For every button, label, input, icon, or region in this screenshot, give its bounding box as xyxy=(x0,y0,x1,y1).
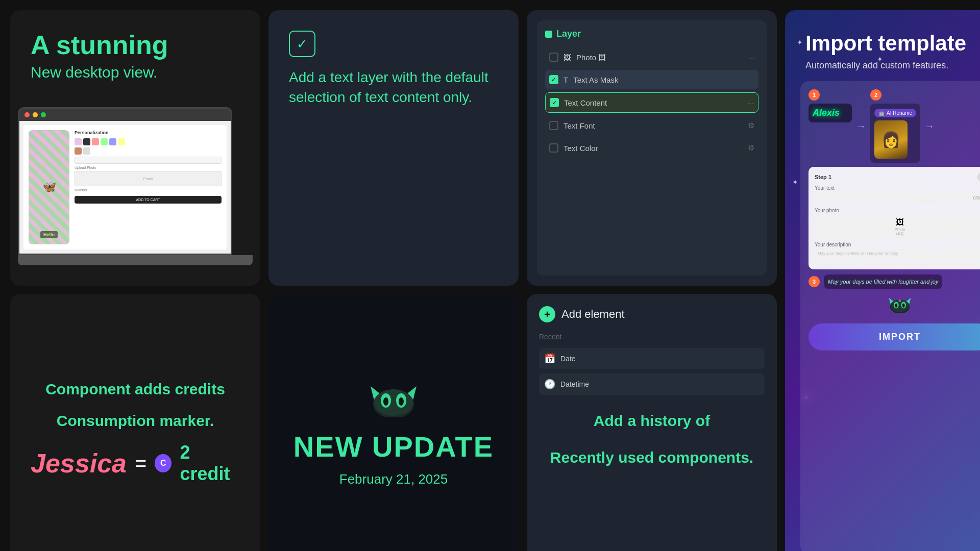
text-content-label: Text Content xyxy=(564,98,607,107)
new-update-date: February 21, 2025 xyxy=(339,471,448,487)
person-photo: 👩 xyxy=(874,120,908,159)
card-layer-panel: Layer 🖼 Photo 🖼 ··· ✓ T Text As Mask ✓ T… xyxy=(527,10,777,286)
laptop-base xyxy=(18,255,253,265)
ai-rename-badge: 🤖 🤖 AI Rename AI Rename xyxy=(874,109,916,117)
add-to-cart-button[interactable]: ADD TO CART xyxy=(75,196,222,204)
person-emoji: 👩 xyxy=(874,120,908,159)
dot-green xyxy=(41,112,46,117)
cat-logo-container xyxy=(368,376,419,422)
text-as-mask-icon: T xyxy=(564,76,568,84)
text-color-checkbox[interactable] xyxy=(549,143,558,153)
swatch-row2 xyxy=(75,147,222,155)
layer-row-text-as-mask[interactable]: ✓ T Text As Mask xyxy=(545,70,758,89)
layer-row-text-font[interactable]: Text Font ⚙ xyxy=(545,116,758,135)
hello-text: Hello xyxy=(40,231,58,238)
text-input[interactable] xyxy=(75,157,222,164)
import-subtitle: Automatically add custom features. xyxy=(805,60,980,71)
card-new-update: NEW UPDATE February 21, 2025 xyxy=(268,294,519,551)
history-line2: Recently used components. xyxy=(539,447,765,468)
swatch-6 xyxy=(118,138,125,145)
date-icon: 📅 xyxy=(544,353,555,364)
photo-icon: 🖼 xyxy=(564,53,571,62)
swatch-7 xyxy=(75,147,82,155)
arrow-1: → xyxy=(856,120,866,132)
swatch-2 xyxy=(83,138,90,145)
datetime-icon: 🕐 xyxy=(544,379,555,390)
add-element-icon[interactable]: + xyxy=(539,306,555,322)
step-3-num: 3 xyxy=(808,276,820,287)
equals-sign: = xyxy=(135,452,146,475)
text-content-checkbox[interactable]: ✓ xyxy=(550,98,559,107)
swatch-8 xyxy=(83,147,90,155)
text-as-mask-checkbox[interactable]: ✓ xyxy=(549,75,558,84)
svg-point-14 xyxy=(895,304,897,308)
card-add-element: + Add element Recent 📅 Date 🕐 Datetime A… xyxy=(527,294,777,551)
photo-dots: ··· xyxy=(748,53,754,62)
dot-red xyxy=(24,112,30,117)
photo-checkbox[interactable] xyxy=(549,53,558,62)
svg-point-15 xyxy=(902,304,905,308)
upload-area[interactable]: Photo xyxy=(75,171,222,186)
text-layer-description: Add a text layer with the default select… xyxy=(289,67,498,107)
close-panel[interactable]: × xyxy=(977,173,980,181)
layer-row-text-color[interactable]: Text Color ⚙ xyxy=(545,138,758,158)
upload-photo-label: Upload Photo xyxy=(75,166,222,169)
star-4: ✦ xyxy=(792,178,798,186)
svg-point-6 xyxy=(383,397,388,406)
import-button[interactable]: IMPORT xyxy=(808,323,980,350)
step-panel: Step 1 × Your text 0/20 Your photo 🖼 Pho… xyxy=(808,167,980,269)
your-photo-label: Your photo xyxy=(815,208,980,213)
add-element-title: Add element xyxy=(561,308,625,321)
svg-point-7 xyxy=(399,397,404,406)
credits-line1: Component adds credits xyxy=(31,379,240,400)
step-1-content: Alexis xyxy=(808,104,852,122)
layer-title-icon xyxy=(545,31,552,38)
text-color-dots: ⚙ xyxy=(748,143,754,153)
arrow-2: → xyxy=(924,120,935,132)
cat-logo-svg xyxy=(368,376,419,417)
import-title: Import template xyxy=(805,31,980,56)
import-steps-container: 1 Alexis → 2 🤖 🤖 AI Rename AI Rename xyxy=(808,89,980,269)
laptop-header xyxy=(19,109,231,121)
laptop: 🦋 Hello Personalization xyxy=(18,107,232,255)
credit-amount: 2 credit xyxy=(180,442,240,485)
svg-point-3 xyxy=(374,389,413,416)
credits-equation: Jessica = C 2 credit xyxy=(31,442,240,485)
step-1-num: 1 xyxy=(808,89,820,101)
layer-panel-title: Layer xyxy=(545,29,758,39)
text-field[interactable]: 0/20 xyxy=(815,192,980,204)
import-preview: 1 Alexis → 2 🤖 🤖 AI Rename AI Rename xyxy=(800,81,980,551)
card-text-layer: ✓ Add a text layer with the default sele… xyxy=(268,10,519,286)
element-date[interactable]: 📅 Date xyxy=(539,348,765,369)
step-panel-title: Step 1 xyxy=(815,174,831,180)
card1-title-sub: New desktop view. xyxy=(31,64,240,81)
add-element-header: + Add element xyxy=(539,306,765,322)
swatch-5 xyxy=(109,138,116,145)
step-2-container: 2 🤖 🤖 AI Rename AI Rename 👩 xyxy=(870,89,920,163)
text-as-mask-label: Text As Mask xyxy=(573,76,618,84)
text-content-dots: ··· xyxy=(747,98,754,107)
dot-yellow xyxy=(33,112,38,117)
checkbox-icon: ✓ xyxy=(289,31,315,57)
element-datetime[interactable]: 🕐 Datetime xyxy=(539,373,765,395)
swatch-3 xyxy=(92,138,99,145)
your-text-label: Your text xyxy=(815,185,980,191)
import-title-container: Import template Automatically add custom… xyxy=(800,26,980,81)
photo-field[interactable]: 🖼 Photo (1/1) xyxy=(815,215,980,238)
step-2-content: 🤖 🤖 AI Rename AI Rename 👩 xyxy=(870,104,920,163)
laptop-content: 🦋 Hello Personalization xyxy=(23,125,227,249)
credits-line2: Consumption marker. xyxy=(31,410,240,432)
step-3-content: May your days be filled with laughter an… xyxy=(824,274,942,289)
layer-row-text-content[interactable]: ✓ Text Content ··· xyxy=(545,92,758,113)
history-line1: Add a history of xyxy=(539,410,765,432)
description-field[interactable]: May your days be filled with laughter an… xyxy=(815,249,980,263)
swatch-4 xyxy=(101,138,108,145)
card-stunning: A stunning New desktop view. 🦋 Hello xyxy=(10,10,260,286)
layer-row-photo[interactable]: 🖼 Photo 🖼 ··· xyxy=(545,47,758,67)
text-font-checkbox[interactable] xyxy=(549,121,558,130)
step-panel-header: Step 1 × xyxy=(815,173,980,181)
laptop-container: 🦋 Hello Personalization xyxy=(31,96,240,265)
style-row xyxy=(75,138,222,145)
step-2-num: 2 xyxy=(870,89,881,101)
card-credits: Component adds credits Consumption marke… xyxy=(10,294,260,551)
